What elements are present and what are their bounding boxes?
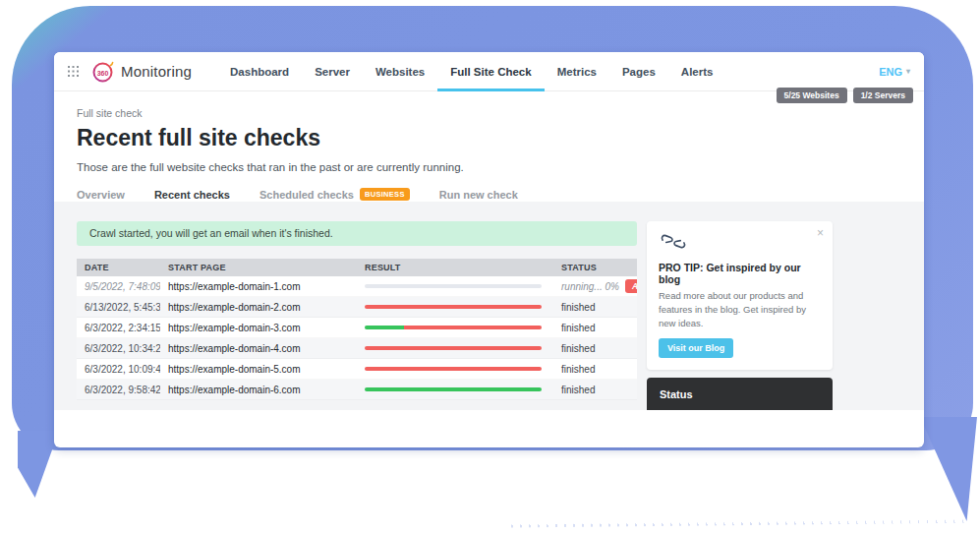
check-start-page: https://example-domain-2.com (160, 302, 357, 313)
brand-logo[interactable]: 360 Monitoring (91, 60, 192, 84)
check-result (357, 387, 553, 391)
status-panel-title: Status (660, 388, 820, 400)
progress-bar (365, 367, 542, 371)
status-text: finished (561, 302, 595, 313)
page-header: Full site check Recent full site checks … (54, 91, 924, 208)
nav-item-server[interactable]: Server (302, 52, 363, 90)
brand-name: Monitoring (121, 63, 192, 80)
status-panel: Status SERVERS 0 open alert(s) 0 servers… (647, 378, 833, 410)
page-description: Those are the full website checks that r… (77, 161, 924, 173)
servers-usage-badge[interactable]: 1/2 Servers (853, 88, 913, 103)
abort-button[interactable]: Abort (625, 279, 637, 293)
page-title: Recent full site checks (77, 125, 924, 151)
check-date: 6/3/2022, 9:58:42 AM (77, 385, 160, 395)
check-result (357, 367, 553, 371)
sidebar-column: × PRO TIP: Get inspired by our blog Read… (647, 221, 833, 410)
progress-green-segment (365, 387, 542, 391)
checks-table: DATE START PAGE RESULT STATUS 9/5/2022, … (77, 259, 637, 400)
check-result (357, 346, 553, 350)
status-text: running... 0% (561, 281, 619, 292)
language-label: ENG (879, 66, 902, 78)
usage-badges: 5/25 Websites 1/2 Servers (777, 88, 913, 103)
table-row[interactable]: 9/5/2022, 7:48:09 AM https://example-dom… (77, 276, 637, 297)
check-result (357, 284, 553, 288)
logo-360-icon: 360 (91, 60, 115, 84)
progress-bar (365, 346, 542, 350)
pro-tip-title: PRO TIP: Get inspired by our blog (659, 262, 821, 285)
check-start-page: https://example-domain-5.com (160, 364, 357, 375)
check-date: 6/3/2022, 10:34:24 AM (77, 343, 160, 354)
check-result (357, 326, 553, 329)
col-header-result: RESULT (357, 263, 553, 272)
check-status: finished (553, 385, 637, 395)
table-row[interactable]: 6/3/2022, 10:09:40 AM https://example-do… (77, 359, 637, 380)
table-row[interactable]: 6/3/2022, 2:34:15 PM https://example-dom… (77, 318, 637, 338)
language-selector[interactable]: ENG ▾ (879, 66, 910, 78)
check-date: 9/5/2022, 7:48:09 AM (77, 281, 160, 292)
check-result (357, 305, 553, 309)
progress-red-segment (365, 346, 542, 350)
app-window: 360 Monitoring Dashboard Server Websites… (54, 52, 924, 447)
check-date: 6/13/2022, 5:45:34 PM (77, 302, 160, 313)
check-status: running... 0% Abort (553, 279, 637, 293)
col-header-start-page: START PAGE (160, 263, 357, 272)
progress-red-segment (365, 305, 542, 309)
table-row[interactable]: 6/3/2022, 10:34:24 AM https://example-do… (77, 338, 637, 359)
table-row[interactable]: 6/13/2022, 5:45:34 PM https://example-do… (77, 297, 637, 318)
progress-bar (365, 387, 542, 391)
visit-blog-button[interactable]: Visit our Blog (659, 338, 733, 358)
status-text: finished (561, 323, 595, 333)
business-plan-badge: BUSINESS (360, 188, 410, 201)
close-icon[interactable]: × (817, 226, 824, 240)
progress-bar (365, 326, 542, 329)
nav-item-metrics[interactable]: Metrics (545, 52, 609, 90)
progress-red-segment (404, 326, 542, 329)
chevron-down-icon: ▾ (906, 67, 910, 76)
table-header-row: DATE START PAGE RESULT STATUS (77, 259, 637, 276)
nav-item-pages[interactable]: Pages (609, 52, 668, 90)
progress-red-segment (365, 367, 542, 371)
check-date: 6/3/2022, 2:34:15 PM (77, 323, 160, 333)
decorative-dots (511, 520, 971, 528)
status-text: finished (561, 343, 595, 354)
check-status: finished (553, 364, 637, 375)
top-navbar: 360 Monitoring Dashboard Server Websites… (54, 52, 924, 91)
col-header-date: DATE (77, 263, 160, 272)
check-date: 6/3/2022, 10:09:40 AM (77, 364, 160, 375)
check-start-page: https://example-domain-1.com (160, 281, 357, 292)
frame-tail-right (920, 417, 977, 521)
progress-green-segment (365, 326, 404, 329)
pro-tip-card: × PRO TIP: Get inspired by our blog Read… (647, 221, 833, 370)
svg-text:360: 360 (97, 69, 109, 76)
content-area: Crawl started, you will get an email whe… (54, 202, 924, 410)
check-start-page: https://example-domain-3.com (160, 323, 357, 333)
table-row[interactable]: 6/3/2022, 9:58:42 AM https://example-dom… (77, 380, 637, 400)
nav-item-websites[interactable]: Websites (363, 52, 437, 90)
progress-bar (365, 305, 542, 309)
handshake-icon (659, 232, 688, 252)
main-nav: Dashboard Server Websites Full Site Chec… (217, 52, 725, 90)
websites-usage-badge[interactable]: 5/25 Websites (777, 88, 847, 103)
check-status: finished (553, 323, 637, 333)
nav-item-dashboard[interactable]: Dashboard (217, 52, 302, 90)
checks-column: Crawl started, you will get an email whe… (77, 221, 637, 400)
check-start-page: https://example-domain-6.com (160, 385, 357, 395)
check-status: finished (553, 302, 637, 313)
nav-item-alerts[interactable]: Alerts (668, 52, 726, 90)
tab-scheduled-checks-label: Scheduled checks (259, 189, 354, 201)
breadcrumb: Full site check (77, 107, 924, 119)
frame-tail-left (18, 431, 59, 498)
progress-bar (365, 284, 542, 288)
status-text: finished (561, 364, 595, 375)
status-text: finished (561, 385, 595, 395)
pro-tip-body: Read more about our products and feature… (659, 289, 821, 329)
check-start-page: https://example-domain-4.com (160, 343, 357, 354)
col-header-status: STATUS (553, 263, 637, 272)
success-notification: Crawl started, you will get an email whe… (77, 221, 637, 246)
check-status: finished (553, 343, 637, 354)
page: 360 Monitoring Dashboard Server Websites… (0, 0, 980, 534)
nav-item-full-site-check[interactable]: Full Site Check (437, 52, 544, 90)
app-launcher-icon[interactable] (68, 66, 79, 77)
